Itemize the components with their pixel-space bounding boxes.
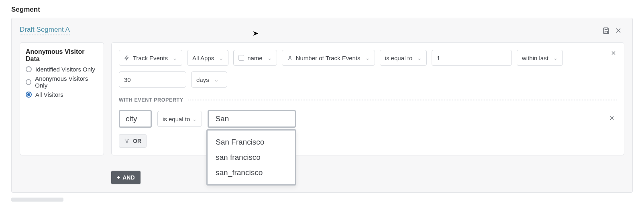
event-type-label: Track Events	[133, 55, 168, 61]
comparator-label: is equal to	[385, 55, 412, 61]
branch-icon	[124, 138, 130, 144]
or-button[interactable]: OR	[119, 134, 147, 148]
metric-select[interactable]: Number of Track Events	[282, 50, 375, 66]
suggestion-item[interactable]: san francisco	[208, 150, 295, 165]
chevron-down-icon	[553, 56, 558, 60]
visitor-data-card: Anonymous Visitor Data Identified Visito…	[20, 42, 104, 155]
and-label: AND	[122, 174, 135, 181]
svg-point-2	[128, 139, 128, 140]
save-icon[interactable]	[600, 24, 612, 37]
property-value-input[interactable]	[208, 110, 296, 128]
svg-point-3	[126, 142, 127, 143]
property-slot-label: name	[247, 55, 263, 61]
value-input[interactable]	[432, 50, 512, 66]
suggestion-dropdown: San Francisco san francisco san_francisc…	[206, 129, 296, 186]
divider	[188, 100, 617, 100]
page-title: Segment	[0, 0, 644, 18]
radio-label: Anonymous Visitors Only	[35, 75, 98, 89]
or-label: OR	[133, 138, 141, 144]
rules-card: Track Events All Apps name Number	[111, 42, 624, 155]
radio-icon	[26, 66, 32, 72]
chevron-down-icon	[192, 117, 197, 121]
app-scope-select[interactable]: All Apps	[187, 50, 228, 66]
filter-section-label: WITH EVENT PROPERTY	[119, 97, 183, 103]
segment-header: Draft Segment A	[12, 18, 632, 42]
radio-anonymous[interactable]: Anonymous Visitors Only	[26, 75, 98, 89]
chevron-down-icon	[214, 78, 218, 82]
radio-label: All Visitors	[35, 91, 63, 98]
property-operator-select[interactable]: is equal to	[157, 111, 202, 127]
event-type-select[interactable]: Track Events	[119, 50, 182, 66]
radio-identified[interactable]: Identified Visitors Only	[26, 66, 98, 73]
visitor-data-title: Anonymous Visitor Data	[26, 48, 98, 63]
comparator-select[interactable]: is equal to	[380, 50, 427, 66]
radio-all[interactable]: All Visitors	[26, 91, 98, 98]
checkbox-icon	[238, 55, 244, 61]
chevron-down-icon	[417, 56, 422, 60]
range-value-input[interactable]	[119, 71, 186, 88]
property-slot-select[interactable]: name	[233, 50, 277, 66]
metric-label: Number of Track Events	[296, 55, 361, 61]
radio-label: Identified Visitors Only	[35, 66, 95, 73]
operator-label: is equal to	[163, 116, 190, 122]
radio-icon	[26, 92, 32, 98]
close-icon[interactable]	[612, 24, 624, 37]
radio-icon	[26, 79, 31, 85]
svg-point-1	[125, 139, 126, 140]
svg-point-0	[289, 56, 291, 58]
segment-title[interactable]: Draft Segment A	[20, 26, 70, 35]
app-scope-label: All Apps	[192, 55, 214, 61]
segment-container: Draft Segment A Anonymous Visitor Data I…	[11, 18, 633, 193]
chevron-down-icon	[267, 56, 272, 60]
range-unit-label: days	[196, 76, 209, 83]
person-icon	[287, 55, 293, 61]
bottom-scroll-hint	[11, 198, 63, 202]
remove-rule-icon[interactable]	[609, 48, 618, 58]
chevron-down-icon	[173, 56, 177, 60]
remove-filter-icon[interactable]	[607, 113, 617, 123]
chevron-down-icon	[219, 56, 223, 60]
plus-icon: +	[117, 174, 120, 181]
and-button[interactable]: + AND	[111, 171, 141, 184]
range-pref-select[interactable]: within last	[517, 50, 563, 66]
suggestion-item[interactable]: San Francisco	[208, 135, 295, 150]
range-pref-label: within last	[522, 55, 548, 61]
bolt-icon	[124, 55, 130, 61]
suggestion-item[interactable]: san_francisco	[208, 165, 295, 180]
property-name-input[interactable]	[119, 110, 152, 128]
chevron-down-icon	[365, 56, 370, 60]
range-unit-select[interactable]: days	[191, 71, 227, 88]
